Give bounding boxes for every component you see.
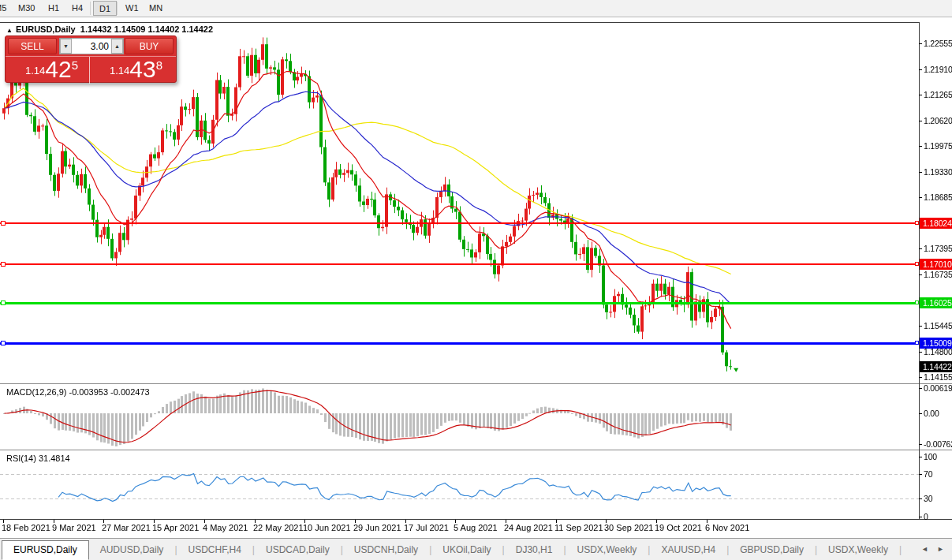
price-tick-mark <box>919 248 922 249</box>
price-tick-label: 1.22555 <box>924 39 952 48</box>
chart-tab-audusd-daily[interactable]: AUDUSD,Daily <box>89 541 175 558</box>
sell-price[interactable]: 1.14425 <box>6 57 90 84</box>
chart-tab-usdx-weekly[interactable]: USDX,Weekly <box>566 541 648 558</box>
date-label: 4 May 2021 <box>203 523 248 532</box>
chart-tab-usdcad-daily[interactable]: USDCAD,Daily <box>255 541 341 558</box>
date-label: 18 Feb 2021 <box>2 523 50 532</box>
volume-decrease-icon[interactable]: ▼ <box>60 39 72 54</box>
price-tick-label: 1.20620 <box>924 116 952 125</box>
rsi-indicator-canvas[interactable] <box>0 450 919 519</box>
price-tick-mark <box>919 69 922 70</box>
price-line-label: 1.18024 <box>920 218 952 229</box>
price-tick-label: 1.17395 <box>924 244 952 253</box>
chart-tab-ukoil-daily[interactable]: UKOil,Daily <box>431 541 502 558</box>
price-axis-border <box>919 22 920 520</box>
macd-tick-label: -0.007622 <box>924 439 952 449</box>
price-tick-mark <box>919 326 922 327</box>
sell-price-pip: 5 <box>72 58 78 72</box>
date-label: 10 Jun 2021 <box>303 523 351 532</box>
timeframe-button-h1[interactable]: H1 <box>43 1 65 16</box>
macd-tick-mark <box>919 388 922 389</box>
price-tick-label: 1.18685 <box>924 192 952 202</box>
rsi-tick-mark <box>919 474 922 475</box>
timeframe-toolbar: M5M30H1H4D1W1MN <box>0 0 952 17</box>
chart-tab-usdx-weekly[interactable]: USDX,Weekly <box>817 541 899 558</box>
chart-tab-dj30-h1[interactable]: DJ30,H1 <box>505 541 564 558</box>
price-tick-mark <box>919 352 922 353</box>
line-handle <box>915 221 919 225</box>
sell-price-base: 1.14 <box>25 65 45 77</box>
macd-tick-mark <box>919 413 922 414</box>
date-label: 30 Sep 2021 <box>604 523 653 532</box>
chart-tab-usdcnh-daily[interactable]: USDCNH,Daily <box>343 541 429 558</box>
trade-panel-prices: 1.14425 1.14438 <box>6 56 176 83</box>
rsi-tick-label: 30 <box>924 494 932 503</box>
buy-button[interactable]: BUY <box>125 38 174 54</box>
line-handle <box>915 262 919 266</box>
ohlc-values: 1.14432 1.14509 1.14402 1.14422 <box>80 24 213 34</box>
toolbar-separator <box>90 2 91 15</box>
date-label: 24 Aug 2021 <box>504 523 553 532</box>
macd-label: MACD(12,26,9) -0.003953 -0.002473 <box>6 387 150 397</box>
price-line-label: 1.16025 <box>920 297 952 308</box>
buy-price[interactable]: 1.14438 <box>91 57 175 84</box>
macd-tick-label: 0.006193 <box>924 383 952 393</box>
price-tick-mark <box>919 146 922 147</box>
rsi-tick-mark <box>919 517 922 517</box>
chart-tab-bar: EURUSD,DailyAUDUSD,Daily|USDCHF,H4|USDCA… <box>0 538 952 560</box>
sell-price-big: 42 <box>45 56 71 82</box>
symbol-name: EURUSD,Daily <box>16 24 76 34</box>
timeframe-button-m5[interactable]: M5 <box>0 1 12 16</box>
timeframe-button-w1[interactable]: W1 <box>120 1 144 16</box>
chart-tab-xauusd-h4[interactable]: XAUUSD,H4 <box>650 541 726 558</box>
volume-increase-icon[interactable]: ▲ <box>111 39 123 54</box>
date-label: 29 Jun 2021 <box>353 523 401 532</box>
tab-separator: | <box>899 544 902 555</box>
date-label: 22 May 2021 <box>253 523 304 532</box>
price-tick-label: 1.19975 <box>924 141 952 151</box>
price-line-label: 1.15009 <box>920 338 952 349</box>
price-tick-mark <box>919 95 922 95</box>
price-tick-mark <box>919 274 922 275</box>
price-tick-mark <box>919 377 922 378</box>
date-label: 19 Oct 2021 <box>655 523 702 532</box>
date-label: 15 Apr 2021 <box>152 523 199 532</box>
timeframe-button-m30[interactable]: M30 <box>13 1 40 16</box>
date-label: 17 Jul 2021 <box>404 523 449 532</box>
collapse-arrow-icon[interactable]: ▲ <box>6 27 13 34</box>
timeframe-button-d1[interactable]: D1 <box>93 1 117 16</box>
price-line-label: 1.14422 <box>920 361 952 372</box>
buy-price-pip: 8 <box>156 58 162 72</box>
timeframe-button-h4[interactable]: H4 <box>66 1 88 16</box>
rsi-tick-mark <box>919 498 922 499</box>
line-handle <box>915 341 919 345</box>
sell-button[interactable]: SELL <box>8 38 57 54</box>
price-tick-label: 1.15445 <box>924 321 952 330</box>
timeframe-button-mn[interactable]: MN <box>144 1 168 16</box>
chart-tab-gbpusd-daily[interactable]: GBPUSD,Daily <box>729 541 815 558</box>
rsi-label: RSI(14) 31.4814 <box>6 454 70 463</box>
chart-tab-eurusd-daily[interactable]: EURUSD,Daily <box>2 540 89 560</box>
chart-tab-usdchf-h4[interactable]: USDCHF,H4 <box>177 541 252 558</box>
rsi-tick-label: 70 <box>924 469 932 479</box>
date-label: 11 Sep 2021 <box>554 523 603 532</box>
price-tick-label: 1.21910 <box>924 65 952 74</box>
price-tick-mark <box>919 172 922 173</box>
price-line-label: 1.17010 <box>920 259 952 270</box>
volume-input[interactable] <box>73 39 111 54</box>
price-tick-label: 1.19330 <box>924 167 952 177</box>
trade-panel-controls: SELL ▼ ▲ BUY <box>6 36 176 56</box>
one-click-trading-panel: SELL ▼ ▲ BUY 1.14425 1.14438 <box>5 35 177 83</box>
price-tick-label: 1.16735 <box>924 270 952 279</box>
price-tick-mark <box>919 121 922 121</box>
price-tick-label: 1.21265 <box>924 90 952 99</box>
macd-tick-mark <box>919 444 922 445</box>
tab-scroll-right-icon[interactable]: ► <box>937 545 944 553</box>
line-handle <box>915 301 919 304</box>
price-tick-mark <box>919 43 922 44</box>
date-label: 27 Mar 2021 <box>102 523 151 532</box>
date-label: 9 Mar 2021 <box>52 523 96 532</box>
price-tick-label: 1.14155 <box>924 372 952 382</box>
tab-scroll-left-icon[interactable]: ◄ <box>921 545 928 553</box>
buy-price-base: 1.14 <box>110 65 129 77</box>
